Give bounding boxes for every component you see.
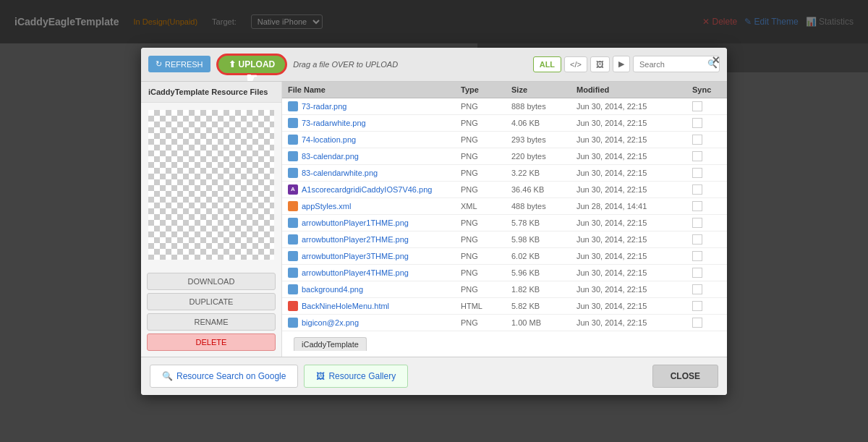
sync-checkbox[interactable] <box>692 101 702 111</box>
sync-checkbox[interactable] <box>692 151 702 161</box>
file-name-text[interactable]: arrowbuttonPlayer2THME.png <box>302 235 409 244</box>
sync-checkbox[interactable] <box>692 135 702 145</box>
file-name-cell: 74-location.png <box>288 135 461 145</box>
table-row[interactable]: arrowbuttonPlayer4THME.png PNG 5.96 KB J… <box>282 265 727 281</box>
file-name-text[interactable]: 74-location.png <box>302 135 356 144</box>
file-name-text[interactable]: background4.png <box>302 285 363 294</box>
table-row[interactable]: 73-radar.png PNG 888 bytes Jun 30, 2014,… <box>282 98 727 115</box>
col-sync: Sync <box>692 85 721 94</box>
sync-checkbox[interactable] <box>692 268 702 278</box>
file-size-text: 3.22 KB <box>511 169 576 177</box>
download-button[interactable]: DOWNLOAD <box>147 273 276 290</box>
file-name-text[interactable]: BackNineHoleMenu.html <box>302 302 389 310</box>
sync-checkbox[interactable] <box>692 284 702 294</box>
file-type-icon <box>288 135 298 145</box>
table-row[interactable]: 83-calendarwhite.png PNG 3.22 KB Jun 30,… <box>282 165 727 182</box>
upload-button[interactable]: ⬆ UPLOAD ☛ <box>216 54 288 75</box>
sync-checkbox[interactable] <box>692 234 702 245</box>
filter-all-button[interactable]: ALL <box>533 56 561 72</box>
file-type-text: PNG <box>461 185 511 194</box>
file-date-text: Jun 30, 2014, 22:15 <box>576 152 692 161</box>
modal-toolbar: ↻ REFRESH ⬆ UPLOAD ☛ Drag a file OVER to… <box>141 48 727 82</box>
delete-button[interactable]: DELETE <box>147 333 276 351</box>
table-row[interactable]: arrowbuttonPlayer2THME.png PNG 5.98 KB J… <box>282 231 727 248</box>
table-row[interactable]: bigicon@2x.png PNG 1.00 MB Jun 30, 2014,… <box>282 315 727 331</box>
file-date-text: Jun 30, 2014, 22:15 <box>576 185 692 194</box>
file-name-cell: arrowbuttonPlayer3THME.png <box>288 251 461 261</box>
table-row[interactable]: BackNineHoleMenu.html HTML 5.82 KB Jun 3… <box>282 298 727 315</box>
file-date-text: Jun 30, 2014, 22:15 <box>576 252 692 260</box>
file-type-text: PNG <box>461 318 511 327</box>
file-name-text[interactable]: arrowbuttonPlayer4THME.png <box>302 268 409 277</box>
refresh-button[interactable]: ↻ REFRESH <box>148 56 210 72</box>
file-type-icon <box>288 101 298 111</box>
file-date-text: Jun 30, 2014, 22:15 <box>576 285 692 294</box>
file-type-icon <box>288 234 298 245</box>
table-row[interactable]: 83-calendar.png PNG 220 bytes Jun 30, 20… <box>282 148 727 165</box>
upload-icon: ⬆ <box>229 59 236 69</box>
file-name-text[interactable]: bigicon@2x.png <box>302 318 359 327</box>
sync-checkbox[interactable] <box>692 318 702 328</box>
file-type-text: PNG <box>461 135 511 144</box>
file-type-text: PNG <box>461 152 511 161</box>
file-name-text[interactable]: appStyles.xml <box>302 202 351 211</box>
table-row[interactable]: arrowbuttonPlayer1THME.png PNG 5.78 KB J… <box>282 215 727 231</box>
resource-gallery-button[interactable]: 🖼 Resource Gallery <box>304 365 408 388</box>
file-type-text: PNG <box>461 252 511 260</box>
file-name-cell: 73-radarwhite.png <box>288 118 461 128</box>
search-google-button[interactable]: 🔍 Resource Search on Google <box>150 365 298 388</box>
filter-media-button[interactable]: ▶ <box>613 56 630 72</box>
file-name-cell: bigicon@2x.png <box>288 318 461 328</box>
search-input[interactable] <box>639 60 705 69</box>
sync-checkbox[interactable] <box>692 251 702 261</box>
table-row[interactable]: arrowbuttonPlayer3THME.png PNG 6.02 KB J… <box>282 248 727 265</box>
col-size: Size <box>511 85 576 94</box>
file-type-icon <box>288 284 298 294</box>
file-date-text: Jun 30, 2014, 22:15 <box>576 102 692 111</box>
sync-checkbox[interactable] <box>692 301 702 311</box>
modal-overlay: ↻ REFRESH ⬆ UPLOAD ☛ Drag a file OVER to… <box>0 0 868 442</box>
filter-image-button[interactable]: 🖼 <box>590 56 610 72</box>
sync-checkbox[interactable] <box>692 184 702 195</box>
file-size-text: 1.00 MB <box>511 318 576 327</box>
file-size-text: 1.82 KB <box>511 285 576 294</box>
file-name-cell: arrowbuttonPlayer2THME.png <box>288 234 461 245</box>
filter-code-button[interactable]: </> <box>564 56 587 72</box>
file-name-text[interactable]: 73-radarwhite.png <box>302 119 366 127</box>
file-name-text[interactable]: A1scorecardgridiCaddyIOS7V46.png <box>302 185 432 194</box>
file-name-cell: arrowbuttonPlayer4THME.png <box>288 268 461 278</box>
sync-checkbox[interactable] <box>692 168 702 178</box>
file-type-icon <box>288 251 298 261</box>
drag-label: Drag a file OVER to UPLOAD <box>293 60 398 69</box>
file-name-cell: arrowbuttonPlayer1THME.png <box>288 218 461 228</box>
sync-checkbox[interactable] <box>692 201 702 211</box>
sync-checkbox[interactable] <box>692 218 702 228</box>
col-name: File Name <box>288 85 461 94</box>
table-row[interactable]: 73-radarwhite.png PNG 4.06 KB Jun 30, 20… <box>282 115 727 132</box>
file-size-text: 488 bytes <box>511 202 576 211</box>
file-name-text[interactable]: 83-calendar.png <box>302 152 359 161</box>
sync-checkbox[interactable] <box>692 118 702 128</box>
file-name-text[interactable]: arrowbuttonPlayer3THME.png <box>302 252 409 260</box>
file-type-icon <box>288 218 298 228</box>
close-x-button[interactable]: × <box>712 54 720 67</box>
gallery-icon: 🖼 <box>316 371 325 381</box>
table-row[interactable]: background4.png PNG 1.82 KB Jun 30, 2014… <box>282 281 727 298</box>
file-list: File Name Type Size Modified Sync 73-rad… <box>282 82 727 357</box>
rename-button[interactable]: RENAME <box>147 313 276 331</box>
file-date-text: Jun 30, 2014, 22:15 <box>576 169 692 177</box>
file-type-text: PNG <box>461 235 511 244</box>
file-size-text: 293 bytes <box>511 135 576 144</box>
file-name-text[interactable]: 83-calendarwhite.png <box>302 169 378 177</box>
table-row[interactable]: A A1scorecardgridiCaddyIOS7V46.png PNG 3… <box>282 182 727 198</box>
table-row[interactable]: 74-location.png PNG 293 bytes Jun 30, 20… <box>282 132 727 148</box>
file-name-text[interactable]: arrowbuttonPlayer1THME.png <box>302 218 409 227</box>
file-type-text: XML <box>461 202 511 211</box>
file-type-icon <box>288 168 298 178</box>
file-name-text[interactable]: 73-radar.png <box>302 102 346 111</box>
file-tab[interactable]: iCaddyTemplate <box>294 337 367 351</box>
file-size-text: 4.06 KB <box>511 119 576 127</box>
close-button[interactable]: CLOSE <box>652 365 718 388</box>
duplicate-button[interactable]: DUPLICATE <box>147 293 276 310</box>
table-row[interactable]: appStyles.xml XML 488 bytes Jun 28, 2014… <box>282 198 727 215</box>
